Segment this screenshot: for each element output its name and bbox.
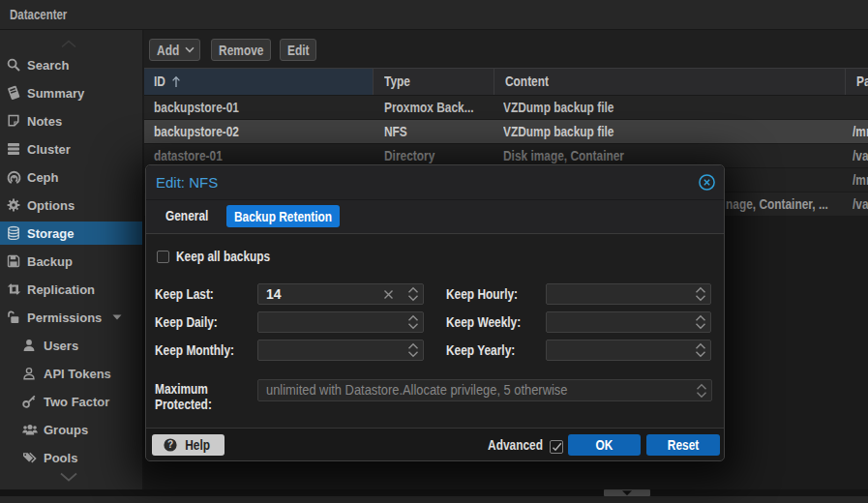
svg-text:?: ? — [167, 439, 173, 450]
